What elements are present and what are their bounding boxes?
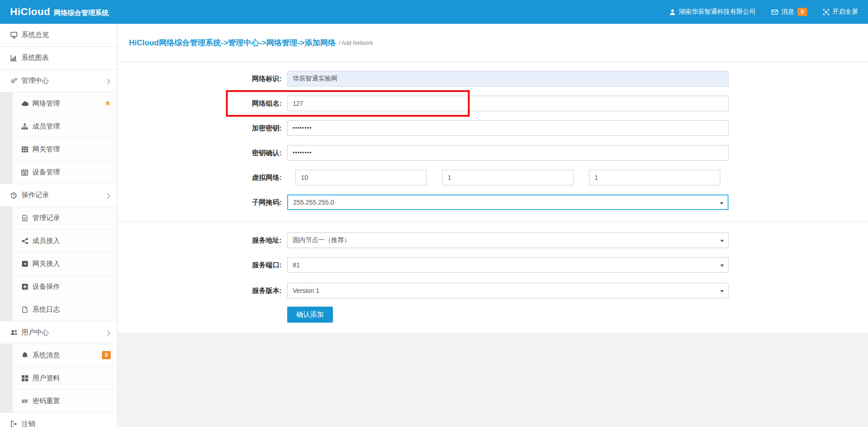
user-submenu: 系统消息 0 用户资料 密码重置 — [0, 344, 117, 413]
sidebar-item-label: 管理中心 — [21, 76, 49, 85]
file-icon — [21, 306, 29, 313]
sidebar-item-device-management[interactable]: 设备管理 — [13, 161, 117, 184]
sidebar-item-label: 操作记录 — [21, 191, 49, 200]
cloud-icon — [21, 100, 29, 107]
breadcrumb-suffix: / Add Network — [339, 40, 373, 46]
sidebar-item-label: 系统图表 — [21, 54, 49, 62]
desktop-icon — [10, 32, 18, 38]
caret-down-icon — [720, 240, 724, 242]
virtual-network-octet-2[interactable] — [442, 170, 573, 185]
chevron-right-icon — [107, 78, 110, 86]
top-bar: HiCloud 网络综合管理系统 湖南华辰智通科技有限公司 消息 0 开启全屏 — [0, 0, 868, 24]
sidebar-item-system-logs[interactable]: 系统日志 — [13, 298, 117, 321]
brand-name: HiCloud — [10, 6, 50, 18]
subnet-mask-select[interactable]: 255.255.255.0 — [287, 195, 729, 210]
key-confirm-input[interactable] — [287, 145, 729, 161]
encryption-key-input[interactable] — [287, 120, 729, 136]
th-large-icon — [21, 375, 29, 382]
history-icon — [10, 192, 18, 199]
sidebar-item-operation-records[interactable]: 操作记录 — [0, 184, 117, 207]
sidebar-item-label: 管理记录 — [32, 214, 60, 222]
messages-count-badge: 0 — [798, 8, 807, 16]
company-name: 湖南华辰智通科技有限公司 — [679, 8, 755, 16]
calendar-icon — [21, 169, 29, 176]
sidebar-item-label: 成员接入 — [32, 237, 60, 245]
breadcrumb-path[interactable]: HiCloud网络综合管理系统->管理中心->网络管理->添加网络 — [129, 38, 336, 48]
virtual-network-octet-3[interactable] — [589, 170, 720, 185]
share-icon — [21, 238, 29, 244]
caret-down-icon — [720, 202, 723, 205]
sidebar-item-label: 设备操作 — [32, 282, 60, 291]
subnet-mask-value: 255.255.255.0 — [293, 199, 334, 206]
sidebar-item-label: 设备管理 — [32, 168, 60, 177]
server-port-select[interactable]: 81 — [287, 257, 729, 273]
server-version-label: 服务版本: — [118, 286, 282, 295]
server-address-label: 服务地址: — [118, 236, 282, 245]
fullscreen-label: 开启全屏 — [832, 8, 858, 16]
chevron-right-icon — [107, 193, 110, 200]
messages-button[interactable]: 消息 0 — [771, 8, 807, 16]
network-id-label: 网络标识: — [118, 75, 282, 83]
server-address-select[interactable]: 国内节点一（推荐） — [287, 232, 729, 248]
sidebar-item-management-center[interactable]: 管理中心 — [0, 70, 117, 92]
page-background — [118, 333, 868, 427]
caret-down-icon — [720, 265, 724, 267]
server-version-select[interactable]: Version 1 — [287, 283, 729, 298]
sidebar-item-label: 系统消息 — [32, 351, 60, 360]
bell-icon — [21, 352, 29, 359]
server-port-label: 服务端口: — [118, 261, 282, 270]
envelope-icon — [771, 9, 778, 16]
sidebar-item-user-center[interactable]: 用户中心 — [0, 321, 117, 344]
sidebar-item-device-operations[interactable]: 设备操作 — [13, 276, 117, 298]
account-menu[interactable]: 湖南华辰智通科技有限公司 — [669, 8, 755, 16]
sidebar-item-label: 网关管理 — [32, 145, 60, 154]
sidebar-item-label: 成员管理 — [32, 122, 60, 131]
app-logo[interactable]: HiCloud 网络综合管理系统 — [10, 6, 109, 18]
sidebar-item-member-access[interactable]: 成员接入 — [13, 230, 117, 253]
sidebar-item-label: 网关接入 — [32, 259, 60, 268]
sidebar-item-label: 用户中心 — [21, 328, 49, 337]
sidebar-item-label: 系统总览 — [21, 31, 49, 39]
sidebar-item-system-charts[interactable]: 系统图表 — [0, 47, 117, 70]
sidebar-item-password-reset[interactable]: 密码重置 — [13, 390, 117, 413]
virtual-network-octet-1[interactable] — [295, 170, 427, 185]
bar-chart-icon — [10, 54, 18, 61]
server-port-value: 81 — [293, 261, 300, 269]
sidebar-item-network-management[interactable]: 网络管理 ★ — [13, 92, 117, 115]
plus-square-icon — [21, 283, 29, 290]
management-submenu: 网络管理 ★ 成员管理 网关管理 设备管理 — [0, 92, 117, 184]
subnet-mask-label: 子网掩码: — [118, 198, 282, 207]
messages-count-badge: 0 — [102, 351, 111, 359]
server-version-value: Version 1 — [293, 287, 319, 294]
users-icon — [10, 329, 18, 336]
server-address-value: 国内节点一（推荐） — [293, 236, 350, 244]
user-icon — [669, 9, 676, 16]
breadcrumb: HiCloud网络综合管理系统->管理中心->网络管理->添加网络 / Add … — [118, 24, 868, 62]
fullscreen-icon — [823, 9, 830, 16]
sidebar-item-system-overview[interactable]: 系统总览 — [0, 24, 117, 47]
encryption-key-label: 加密密钥: — [118, 124, 282, 133]
caret-square-left-icon — [21, 260, 29, 267]
sidebar-item-management-records[interactable]: 管理记录 — [13, 207, 117, 230]
sidebar-item-gateway-access[interactable]: 网关接入 — [13, 253, 117, 276]
confirm-add-button[interactable]: 确认添加 — [287, 307, 333, 323]
network-id-input[interactable] — [287, 71, 729, 86]
sidebar-item-logout[interactable]: 注销 — [0, 413, 117, 427]
network-group-name-label: 网络组名: — [118, 99, 282, 108]
sidebar-item-member-management[interactable]: 成员管理 — [13, 115, 117, 138]
messages-label: 消息 — [781, 8, 794, 16]
fullscreen-button[interactable]: 开启全屏 — [823, 8, 858, 16]
sidebar-item-label: 注销 — [21, 420, 35, 427]
sidebar-item-gateway-management[interactable]: 网关管理 — [13, 138, 117, 161]
records-submenu: 管理记录 成员接入 网关接入 设备操作 系统日志 — [0, 207, 117, 321]
add-network-form: 网络标识: 网络组名: 加密密钥: 密钥确认: 虚拟网络: 子网掩码: — [118, 62, 868, 323]
network-group-name-input[interactable] — [287, 96, 729, 111]
sidebar-item-label: 网络管理 — [32, 99, 60, 108]
sidebar-item-system-messages[interactable]: 系统消息 0 — [13, 344, 117, 367]
sidebar-item-user-profile[interactable]: 用户资料 — [13, 367, 117, 390]
caret-down-icon — [720, 290, 724, 292]
retweet-icon — [21, 398, 29, 405]
grid-icon — [21, 146, 29, 153]
gears-icon — [10, 77, 18, 84]
sign-out-icon — [10, 421, 18, 427]
